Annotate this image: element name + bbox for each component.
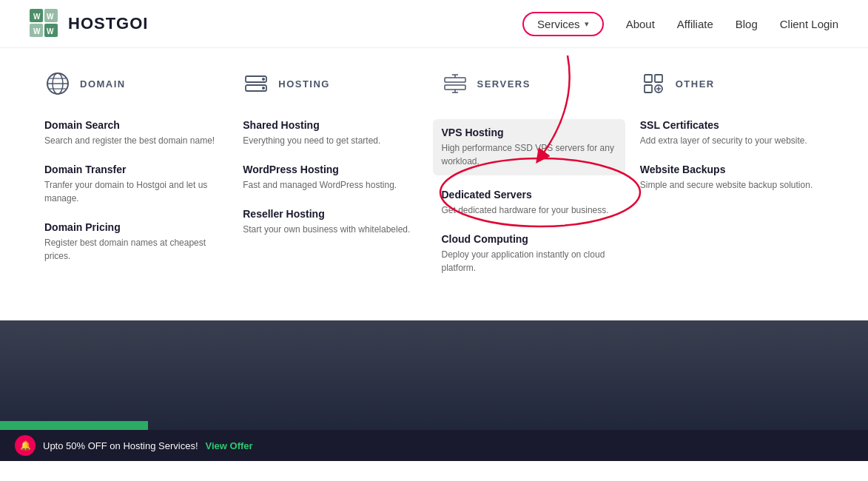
svg-rect-18 xyxy=(445,85,465,90)
other-col-header: OTHER xyxy=(640,70,824,104)
hosting-col-title: HOSTING xyxy=(278,78,330,90)
nav-client-login[interactable]: Client Login xyxy=(780,18,838,30)
logo[interactable]: W W W W HOSTGOI xyxy=(30,9,148,38)
nav-about[interactable]: About xyxy=(626,18,655,30)
services-label: Services xyxy=(537,18,580,30)
menu-item-vps-hosting[interactable]: VPS Hosting High performance SSD VPS ser… xyxy=(433,119,625,175)
nav-affiliate[interactable]: Affiliate xyxy=(677,18,713,30)
reseller-hosting-desc: Start your own business with whitelabele… xyxy=(243,223,426,236)
ssl-title: SSL Certificates xyxy=(640,119,824,131)
notif-text: Upto 50% OFF on Hosting Services! xyxy=(43,440,198,451)
notification-bar: 🔔 Upto 50% OFF on Hosting Services! View… xyxy=(0,430,868,461)
wordpress-hosting-title: WordPress Hosting xyxy=(243,164,426,175)
dedicated-servers-title: Dedicated Servers xyxy=(442,189,625,201)
svg-text:W: W xyxy=(33,13,41,21)
cloud-computing-title: Cloud Computing xyxy=(442,233,625,245)
nav-services-button[interactable]: Services ▾ xyxy=(522,12,604,36)
other-col-title: OTHER xyxy=(676,78,715,90)
cloud-computing-desc: Deploy your application instantly on clo… xyxy=(442,248,625,275)
menu-item-dedicated-servers[interactable]: Dedicated Servers Get dedicated hardware… xyxy=(442,189,625,217)
svg-text:W: W xyxy=(47,13,54,21)
menu-item-wordpress-hosting[interactable]: WordPress Hosting Fast and managed WordP… xyxy=(243,164,426,192)
svg-point-15 xyxy=(262,78,265,81)
logo-icon: W W W W xyxy=(30,9,62,38)
hosting-icon xyxy=(243,70,269,97)
menu-item-shared-hosting[interactable]: Shared Hosting Everything you need to ge… xyxy=(243,119,426,147)
domain-search-desc: Search and register the best domain name… xyxy=(44,134,228,147)
reseller-hosting-title: Reseller Hosting xyxy=(243,208,426,220)
website-backups-desc: Simple and secure website backup solutio… xyxy=(640,178,824,192)
dropdown-col-hosting: HOSTING Shared Hosting Everything you ne… xyxy=(243,70,426,291)
dropdown-menu: DOMAIN Domain Search Search and register… xyxy=(0,48,868,320)
domain-search-title: Domain Search xyxy=(44,119,228,131)
domain-pricing-title: Domain Pricing xyxy=(44,221,228,233)
servers-col-title: SERVERS xyxy=(477,78,531,90)
domain-transfer-title: Domain Transfer xyxy=(44,164,228,175)
vps-hosting-title: VPS Hosting xyxy=(442,127,616,138)
shared-hosting-title: Shared Hosting xyxy=(243,119,426,131)
nav: Services ▾ About Affiliate Blog Client L… xyxy=(522,12,838,36)
dropdown-col-servers: SERVERS VPS Hosting High performance SSD… xyxy=(442,70,625,291)
servers-col-header: SERVERS xyxy=(442,70,625,104)
globe-icon xyxy=(44,70,71,97)
teal-bar xyxy=(0,421,148,430)
menu-item-reseller-hosting[interactable]: Reseller Hosting Start your own business… xyxy=(243,208,426,236)
nav-blog[interactable]: Blog xyxy=(736,18,758,30)
domain-pricing-desc: Register best domain names at cheapest p… xyxy=(44,236,228,263)
domain-transfer-desc: Tranfer your domain to Hostgoi and let u… xyxy=(44,178,228,205)
svg-text:W: W xyxy=(47,27,54,36)
vps-hosting-desc: High performance SSD VPS servers for any… xyxy=(442,141,616,168)
ssl-desc: Add extra layer of security to your webs… xyxy=(640,134,824,147)
menu-item-ssl[interactable]: SSL Certificates Add extra layer of secu… xyxy=(640,119,824,147)
svg-rect-23 xyxy=(645,75,652,82)
menu-item-domain-pricing[interactable]: Domain Pricing Register best domain name… xyxy=(44,221,228,263)
menu-item-domain-transfer[interactable]: Domain Transfer Tranfer your domain to H… xyxy=(44,164,228,205)
domain-col-header: DOMAIN xyxy=(44,70,228,104)
svg-point-16 xyxy=(262,87,265,90)
website-backups-title: Website Backups xyxy=(640,164,824,175)
domain-col-title: DOMAIN xyxy=(80,78,126,90)
servers-icon xyxy=(442,70,468,97)
notif-link[interactable]: View Offer xyxy=(206,440,253,451)
header: W W W W HOSTGOI Services ▾ About Affilia… xyxy=(0,0,868,48)
notif-icon: 🔔 xyxy=(15,435,36,456)
dedicated-servers-desc: Get dedicated hardware for your business… xyxy=(442,204,625,217)
menu-item-cloud-computing[interactable]: Cloud Computing Deploy your application … xyxy=(442,233,625,275)
svg-rect-25 xyxy=(645,85,652,92)
logo-text: HOSTGOI xyxy=(68,14,148,33)
svg-rect-24 xyxy=(655,75,662,82)
svg-rect-17 xyxy=(445,78,465,82)
chevron-down-icon: ▾ xyxy=(585,19,589,29)
svg-text:W: W xyxy=(33,27,41,36)
hero-section: 🔔 Upto 50% OFF on Hosting Services! View… xyxy=(0,320,868,461)
hosting-col-header: HOSTING xyxy=(243,70,426,104)
dropdown-col-other: OTHER SSL Certificates Add extra layer o… xyxy=(640,70,824,291)
menu-item-website-backups[interactable]: Website Backups Simple and secure websit… xyxy=(640,164,824,192)
other-icon xyxy=(640,70,667,97)
shared-hosting-desc: Everything you need to get started. xyxy=(243,134,426,147)
wordpress-hosting-desc: Fast and managed WordPress hosting. xyxy=(243,178,426,192)
dropdown-col-domain: DOMAIN Domain Search Search and register… xyxy=(44,70,228,291)
menu-item-domain-search[interactable]: Domain Search Search and register the be… xyxy=(44,119,228,147)
